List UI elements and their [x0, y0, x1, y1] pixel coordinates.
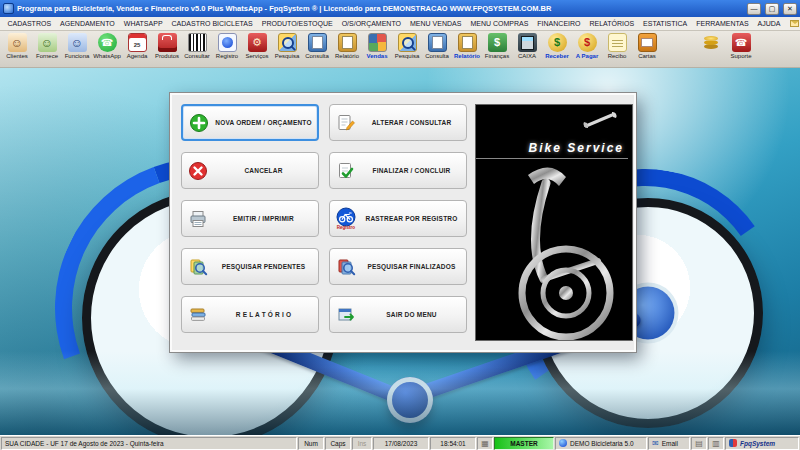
menu-vendas[interactable]: MENU VENDAS: [406, 20, 466, 27]
fpqsystem-logo-icon: [729, 439, 737, 447]
toolbar-recibo[interactable]: Recibo: [602, 32, 632, 59]
toolbar-label: Consulta: [425, 53, 449, 59]
status-printer-icon[interactable]: ▤: [691, 437, 707, 450]
close-button[interactable]: ✕: [783, 3, 797, 15]
status-location: SUA CIDADE - UF 17 de Agosto de 2023 - Q…: [1, 437, 297, 450]
calendar-icon: [128, 33, 147, 52]
button-label: ALTERAR / CONSULTAR: [362, 119, 461, 126]
menu-bar: CADASTROS AGENDAMENTO WHATSAPP CADASTRO …: [0, 17, 800, 31]
toolbar-consultar[interactable]: Consultar: [182, 32, 212, 59]
search-docs-icon: [335, 257, 357, 277]
toolbar-registro[interactable]: Registro: [212, 32, 242, 59]
menu-agendamento[interactable]: AGENDAMENTO: [56, 20, 120, 27]
toolbar-financas[interactable]: Finanças: [482, 32, 512, 59]
pesquisar-pendentes-button[interactable]: PESQUISAR PENDENTES: [181, 248, 319, 285]
sair-menu-button[interactable]: SAIR DO MENU: [329, 296, 467, 333]
consult-icon: [428, 33, 447, 52]
menu-ajuda[interactable]: AJUDA: [753, 20, 785, 27]
toolbar-produtos[interactable]: Produtos: [152, 32, 182, 59]
pesquisar-finalizados-button[interactable]: PESQUISAR FINALIZADOS: [329, 248, 467, 285]
toolbar-vendas[interactable]: Vendas: [362, 32, 392, 59]
menu-produto-estoque[interactable]: PRODUTO/ESTOQUE: [257, 20, 337, 27]
alterar-consultar-button[interactable]: ALTERAR / CONSULTAR: [329, 104, 467, 141]
toolbar-receber[interactable]: Receber: [542, 32, 572, 59]
menu-estatistica[interactable]: ESTATISTICA: [639, 20, 692, 27]
status-monitor-icon[interactable]: ▥: [708, 437, 724, 450]
menu-compras[interactable]: MENU COMPRAS: [466, 20, 533, 27]
toolbar-consulta-vendas[interactable]: Consulta: [422, 32, 452, 59]
floor-reflection: [0, 351, 800, 435]
toolbar-agenda[interactable]: Agenda: [122, 32, 152, 59]
toolbar-label: Vendas: [366, 53, 387, 59]
toolbar-label: Pesquisa: [275, 53, 300, 59]
toolbar-a-pagar[interactable]: A Pagar: [572, 32, 602, 59]
minimize-button[interactable]: —: [747, 3, 761, 15]
service-order-menu-dialog: NOVA ORDEM / ORÇAMENTO ALTERAR / CONSULT…: [170, 93, 636, 352]
search-docs-icon: [187, 257, 209, 277]
toolbar-servicos[interactable]: Serviços: [242, 32, 272, 59]
toolbar-relatorio-vendas[interactable]: Relatório: [452, 32, 482, 59]
toolbar-funcionarios[interactable]: Funciona: [62, 32, 92, 59]
toolbar-label: Pesquisa: [395, 53, 420, 59]
status-caps-lock: Caps: [325, 437, 351, 450]
menu-whatsapp[interactable]: WHATSAPP: [119, 20, 167, 27]
status-app-label: DEMO Bicicletaria 5.0: [570, 440, 634, 447]
status-date: 17/08/2023: [373, 437, 429, 450]
menu-ferramentas[interactable]: FERRAMENTAS: [692, 20, 753, 27]
menu-email[interactable]: E-MAIL: [785, 20, 800, 27]
pay-coin-icon: [578, 33, 597, 52]
menu-financeiro[interactable]: FINANCEIRO: [533, 20, 585, 27]
add-icon: [188, 113, 210, 133]
toolbar: Clientes Fornece Funciona WhatsApp Agend…: [0, 31, 800, 68]
main-area: NOVA ORDEM / ORÇAMENTO ALTERAR / CONSULT…: [0, 68, 800, 435]
finance-icon: [488, 33, 507, 52]
status-grid-icon: ▦: [477, 437, 493, 450]
toolbar-label: Relatório: [454, 53, 480, 59]
toolbar-label: Clientes: [6, 53, 28, 59]
rastrear-registro-button[interactable]: Registro RASTREAR POR REGISTRO: [329, 200, 467, 237]
bike-register-icon: [218, 33, 237, 52]
relatorio-button[interactable]: R E L A T Ó R I O: [181, 296, 319, 333]
toolbar-label: Agenda: [127, 53, 148, 59]
toolbar-caixa[interactable]: CAIXA: [512, 32, 542, 59]
edit-icon: [335, 113, 357, 133]
toolbar-relatorio-os[interactable]: Relatório: [332, 32, 362, 59]
toolbar-suporte[interactable]: Suporte: [726, 32, 756, 59]
toolbar-label: Produtos: [155, 53, 179, 59]
toolbar-cartas[interactable]: Cartas: [632, 32, 662, 59]
cancelar-button[interactable]: CANCELAR: [181, 152, 319, 189]
menu-relatorios[interactable]: RELATÓRIOS: [585, 20, 639, 27]
receipt-icon: [608, 33, 627, 52]
menu-cadastro-bicicletas[interactable]: CADASTRO BICICLETAS: [167, 20, 257, 27]
barcode-icon: [188, 33, 207, 52]
nova-ordem-button[interactable]: NOVA ORDEM / ORÇAMENTO: [181, 104, 319, 141]
toolbar-clientes[interactable]: Clientes: [2, 32, 32, 59]
finish-check-icon: [335, 161, 357, 181]
icon-caption: Registro: [337, 225, 355, 230]
button-label: PESQUISAR PENDENTES: [214, 263, 313, 270]
toolbar-moedas[interactable]: [696, 32, 726, 53]
toolbar-whatsapp[interactable]: WhatsApp: [92, 32, 122, 59]
toolbar-pesquisa-vendas[interactable]: Pesquisa: [392, 32, 422, 59]
envelope-icon: ✉: [652, 439, 659, 448]
finalizar-button[interactable]: FINALIZAR / CONCLUIR: [329, 152, 467, 189]
report-folder-icon: [458, 33, 477, 52]
menu-os-orcamento[interactable]: O/S/ORÇAMENTO: [337, 20, 405, 27]
search-icon: [278, 33, 297, 52]
exit-window-icon: [335, 305, 357, 325]
title-bar: Programa para Bicicletaria, Vendas e Fin…: [0, 0, 800, 17]
toolbar-label: Relatório: [335, 53, 359, 59]
button-label: EMITIR / IMPRIMIR: [214, 215, 313, 222]
toolbar-label: A Pagar: [576, 53, 598, 59]
sales-icon: [368, 33, 387, 52]
toolbar-fornecedores[interactable]: Fornece: [32, 32, 62, 59]
toolbar-consulta-os[interactable]: Consulta: [302, 32, 332, 59]
menu-cadastros[interactable]: CADASTROS: [3, 20, 56, 27]
status-email[interactable]: ✉ Email: [648, 437, 690, 450]
status-insert: Ins: [352, 437, 372, 450]
toolbar-label: Consultar: [184, 53, 210, 59]
employees-icon: [68, 33, 87, 52]
maximize-button[interactable]: ▢: [765, 3, 779, 15]
emitir-imprimir-button[interactable]: EMITIR / IMPRIMIR: [181, 200, 319, 237]
toolbar-pesquisa-os[interactable]: Pesquisa: [272, 32, 302, 59]
